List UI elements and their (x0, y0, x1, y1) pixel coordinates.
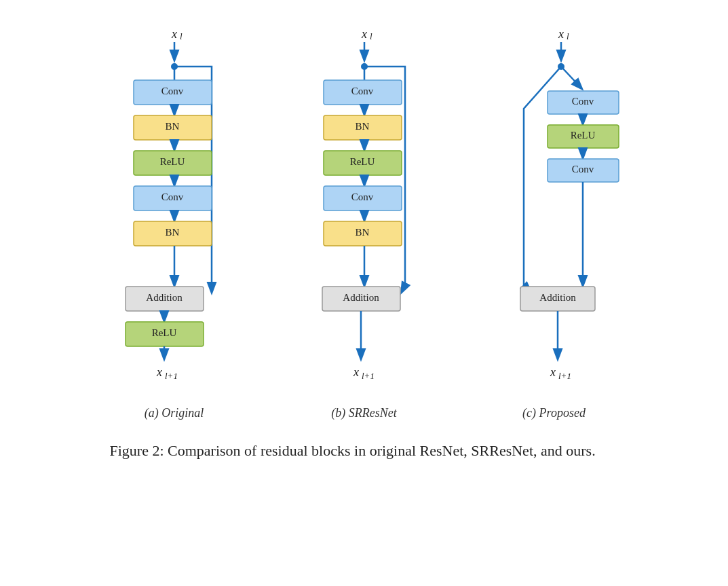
svg-text:x: x (156, 365, 162, 379)
diagram-b-label: (b) SRResNet (331, 406, 396, 420)
svg-text:Addition: Addition (539, 292, 576, 303)
svg-text:Conv: Conv (351, 86, 373, 96)
svg-text:BN: BN (355, 227, 369, 238)
svg-text:Conv: Conv (161, 86, 183, 96)
svg-text:BN: BN (355, 121, 369, 132)
svg-text:x: x (550, 365, 556, 379)
svg-text:ReLU: ReLU (349, 156, 375, 167)
svg-text:Conv: Conv (571, 164, 594, 175)
figure-number: Figure 2: (110, 442, 164, 459)
svg-text:Conv: Conv (161, 191, 183, 202)
svg-text:ReLU: ReLU (570, 130, 595, 141)
svg-text:l: l (567, 31, 569, 41)
diagram-srresnet: x l Conv BN ReLU Conv (290, 20, 439, 420)
svg-text:l+1: l+1 (165, 371, 178, 381)
svg-text:x: x (361, 27, 367, 41)
svg-text:ReLU: ReLU (151, 327, 176, 338)
svg-text:l: l (180, 31, 183, 41)
svg-text:BN: BN (165, 227, 179, 238)
diagrams-row: x l Conv BN ReLU (27, 20, 701, 420)
diagram-proposed: x l Conv ReLU Conv Addition (480, 20, 629, 420)
diagram-c-label: (c) Proposed (522, 406, 586, 420)
caption-text: Comparison of residual blocks in origina… (168, 442, 596, 459)
diagram-a-label: (a) Original (145, 406, 204, 420)
figure-caption: Figure 2: Comparison of residual blocks … (110, 439, 619, 462)
svg-text:l+1: l+1 (362, 371, 375, 381)
svg-text:BN: BN (165, 121, 179, 132)
svg-text:Conv: Conv (571, 96, 594, 107)
diagram-original: x l Conv BN ReLU (100, 20, 249, 420)
svg-text:Conv: Conv (351, 191, 373, 202)
svg-text:Addition: Addition (343, 292, 379, 303)
svg-text:x: x (171, 27, 177, 41)
svg-text:l: l (370, 31, 372, 41)
svg-text:ReLU: ReLU (159, 156, 185, 167)
svg-line-60 (561, 67, 581, 88)
svg-text:x: x (558, 27, 564, 41)
svg-text:l+1: l+1 (558, 371, 571, 381)
svg-text:Addition: Addition (146, 292, 183, 303)
svg-text:x: x (353, 365, 359, 379)
